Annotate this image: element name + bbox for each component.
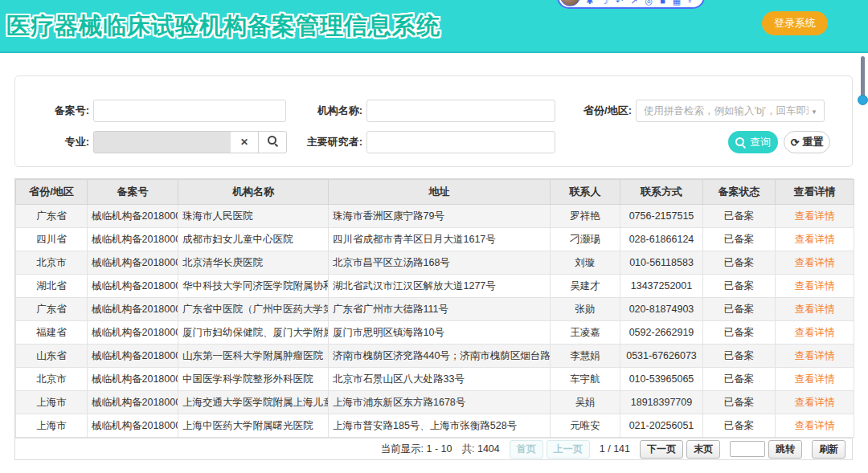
moon-icon[interactable]: ☽ — [600, 0, 608, 6]
view-detail-link[interactable]: 查看详情 — [795, 280, 835, 292]
cell-address: 上海市浦东新区东方路1678号 — [329, 391, 551, 414]
page-indicator: 1 / 141 — [600, 443, 630, 455]
org-name-label: 机构名称: — [282, 100, 362, 122]
cell-phone: 028-61866124 — [620, 228, 703, 251]
status-badge: 已备案 — [703, 251, 776, 275]
cell-address: 北京市石景山区八大处路33号 — [329, 368, 551, 391]
col-province: 省份/地区 — [16, 180, 88, 205]
specialty-clear-button[interactable]: ✕ — [231, 131, 259, 153]
target-icon[interactable]: ◎ — [645, 0, 653, 6]
chevron-down-icon: ▼ — [811, 108, 817, 116]
table-row: 山东省 械临机构备201800007 山东第一医科大学附属肿瘤医院（... 济南… — [16, 345, 854, 368]
investigator-input[interactable] — [366, 131, 555, 153]
cell-org: 广东省中医院（广州中医药大学第... — [178, 298, 329, 321]
last-page-button[interactable]: 末页 — [686, 440, 720, 459]
reset-button-label: 重置 — [802, 135, 823, 149]
org-name-input[interactable] — [366, 100, 555, 122]
cell-phone: 021-20256051 — [620, 414, 703, 438]
first-page-button[interactable]: 首页 — [510, 440, 543, 459]
view-detail-link[interactable]: 查看详情 — [795, 257, 835, 268]
record-no-input[interactable] — [93, 100, 286, 122]
status-badge: 已备案 — [703, 391, 776, 414]
overlay-icon-row: ✱ ☽ ↶ ↗ ◎ ■ ▦ ▫ — [586, 0, 691, 6]
search-panel: 备案号: 机构名称: 省份/地区: 使用拼音检索，例如输入'bj'，回车即选..… — [14, 75, 853, 167]
prev-page-button[interactable]: 上一页 — [547, 440, 590, 459]
browser-overlay-toolbar[interactable]: ✱ ☽ ↶ ↗ ◎ ■ ▦ ▫ — [557, 0, 705, 9]
cell-record-no: 械临机构备201800002 — [88, 228, 178, 251]
table-row: 广东省 械临机构备201800005 广东省中医院（广州中医药大学第... 广东… — [16, 298, 854, 321]
cell-contact: 刘璇 — [551, 251, 620, 275]
province-placeholder: 使用拼音检索，例如输入'bj'，回车即选... — [644, 100, 809, 121]
avatar[interactable] — [560, 0, 580, 6]
square-icon[interactable]: ■ — [660, 0, 665, 6]
page-jump-button[interactable]: 跳转 — [768, 440, 802, 459]
province-select[interactable]: 使用拼音检索，例如输入'bj'，回车即选... ▼ — [636, 100, 825, 122]
col-contact: 联系人 — [551, 180, 620, 205]
cell-contact: 吴建才 — [551, 275, 620, 298]
refresh-icon: ⟳ — [791, 137, 800, 149]
view-detail-link[interactable]: 查看详情 — [795, 397, 835, 408]
query-button[interactable]: 查询 — [728, 131, 778, 153]
pagination-total-count: 共: 1404 — [462, 442, 500, 456]
cell-org: 华中科技大学同济医学院附属协和医院 — [178, 275, 329, 298]
next-page-button[interactable]: 下一页 — [640, 440, 683, 459]
status-badge: 已备案 — [703, 321, 776, 345]
star-icon[interactable]: ✱ — [586, 0, 593, 6]
cell-address: 上海市普安路185号、上海市张衡路528号 — [329, 414, 551, 438]
reset-button[interactable]: ⟳ 重置 — [784, 131, 830, 153]
page-jump-input[interactable] — [730, 441, 765, 457]
investigator-label: 主要研究者: — [266, 131, 362, 153]
cell-org: 上海中医药大学附属曙光医院 — [178, 414, 329, 438]
cell-address: 湖北省武汉市江汉区解放大道1277号 — [329, 275, 551, 298]
scroll-indicator-track[interactable] — [861, 56, 865, 98]
cell-province: 上海市 — [16, 414, 88, 438]
status-badge: 已备案 — [703, 368, 776, 391]
login-button[interactable]: 登录系统 — [762, 11, 828, 35]
results-table-panel: 省份/地区 备案号 机构名称 地址 联系人 联系方式 备案状态 查看详情 广东省… — [14, 178, 853, 460]
view-detail-link[interactable]: 查看详情 — [795, 350, 835, 361]
cell-contact: 吴娟 — [551, 391, 620, 414]
cell-contact: 罗祥艳 — [551, 205, 620, 228]
cell-phone: 13437252001 — [620, 275, 703, 298]
cell-record-no: 械临机构备201800009 — [88, 391, 178, 414]
col-org: 机构名称 — [178, 180, 329, 205]
scroll-indicator-handle[interactable] — [858, 95, 868, 105]
table-row: 四川省 械临机构备201800002 成都市妇女儿童中心医院 四川省成都市青羊区… — [16, 228, 854, 251]
cell-contact: 王凌嘉 — [551, 321, 620, 345]
redo-icon[interactable]: ↗ — [630, 0, 637, 6]
cell-province: 四川省 — [16, 228, 88, 251]
cell-contact: 李慧娟 — [551, 345, 620, 368]
view-detail-link[interactable]: 查看详情 — [795, 234, 835, 245]
cell-province: 湖北省 — [16, 275, 88, 298]
refresh-button[interactable]: 刷新 — [812, 440, 845, 459]
col-phone: 联系方式 — [620, 180, 703, 205]
cell-contact: 刁灏瑒 — [551, 228, 620, 251]
specialty-input[interactable] — [93, 131, 231, 153]
table-header-row: 省份/地区 备案号 机构名称 地址 联系人 联系方式 备案状态 查看详情 — [16, 180, 854, 205]
specialty-label: 专业: — [9, 131, 89, 153]
table-row: 福建省 械临机构备201800006 厦门市妇幼保健院、厦门大学附属... 厦门… — [16, 321, 854, 345]
view-detail-link[interactable]: 查看详情 — [795, 210, 835, 222]
window-icon[interactable]: ▫ — [688, 0, 691, 6]
cell-org: 北京清华长庚医院 — [178, 251, 329, 275]
cell-org: 上海交通大学医学院附属上海儿童... — [178, 391, 329, 414]
cell-record-no: 械临机构备201800004 — [88, 275, 178, 298]
cell-record-no: 械临机构备201800005 — [88, 298, 178, 321]
table-row: 北京市 械临机构备201800008 中国医学科学院整形外科医院 北京市石景山区… — [16, 368, 854, 391]
cell-address: 北京市昌平区立汤路168号 — [329, 251, 551, 275]
grid-icon[interactable]: ▦ — [673, 0, 681, 6]
cell-province: 广东省 — [16, 298, 88, 321]
cell-phone: 0756-2157515 — [620, 205, 703, 228]
view-detail-link[interactable]: 查看详情 — [795, 420, 835, 431]
table-row: 上海市 械临机构备201800010 上海中医药大学附属曙光医院 上海市普安路1… — [16, 414, 854, 438]
view-detail-link[interactable]: 查看详情 — [795, 327, 835, 338]
pagination-display-range: 当前显示: 1 - 10 — [381, 442, 452, 456]
view-detail-link[interactable]: 查看详情 — [795, 373, 835, 385]
cell-org: 珠海市人民医院 — [178, 205, 329, 228]
undo-icon[interactable]: ↶ — [616, 0, 623, 6]
view-detail-link[interactable]: 查看详情 — [795, 304, 835, 315]
cell-contact: 元唯安 — [551, 414, 620, 438]
cell-province: 福建省 — [16, 321, 88, 345]
cell-record-no: 械临机构备201800006 — [88, 321, 178, 345]
col-detail: 查看详情 — [776, 180, 854, 205]
